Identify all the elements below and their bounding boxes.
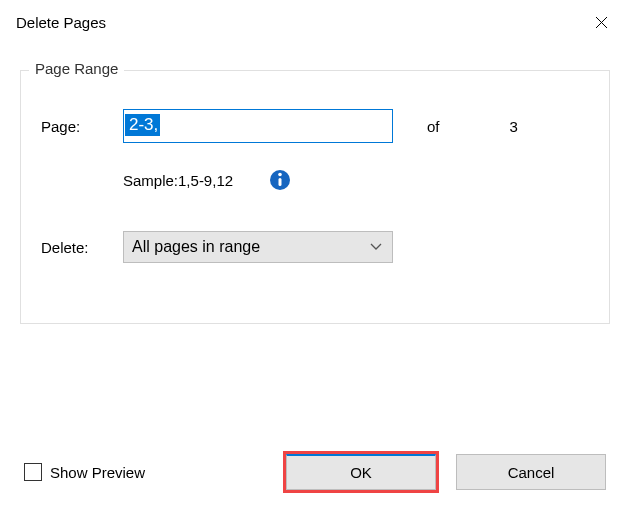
cancel-button-label: Cancel [508, 464, 555, 481]
svg-rect-3 [279, 178, 282, 186]
fieldset-legend: Page Range [29, 60, 124, 77]
delete-label: Delete: [41, 239, 123, 256]
page-range-fieldset: Page Range Page: 2-3, of 3 Sample:1,5-9,… [20, 70, 610, 324]
total-pages: 3 [510, 118, 518, 135]
svg-point-4 [278, 173, 282, 177]
window-title: Delete Pages [16, 14, 106, 31]
show-preview-label: Show Preview [50, 464, 145, 481]
checkbox-box [24, 463, 42, 481]
show-preview-checkbox[interactable]: Show Preview [24, 463, 145, 481]
page-label: Page: [41, 118, 123, 135]
cancel-button[interactable]: Cancel [456, 454, 606, 490]
sample-row: Sample:1,5-9,12 [123, 169, 589, 191]
delete-select[interactable]: All pages in range [123, 231, 393, 263]
delete-select-value: All pages in range [132, 238, 260, 256]
footer-row: Show Preview OK Cancel [24, 454, 606, 490]
close-icon [595, 16, 608, 29]
ok-button[interactable]: OK [286, 454, 436, 490]
close-button[interactable] [586, 10, 616, 34]
page-input[interactable]: 2-3, [123, 109, 393, 143]
sample-text: Sample:1,5-9,12 [123, 172, 233, 189]
ok-button-label: OK [350, 464, 372, 481]
chevron-down-icon [370, 240, 382, 254]
button-group: OK Cancel [286, 454, 606, 490]
titlebar: Delete Pages [0, 0, 630, 40]
delete-row: Delete: All pages in range [41, 231, 589, 263]
dialog-content: Page Range Page: 2-3, of 3 Sample:1,5-9,… [0, 40, 630, 340]
of-label: of [427, 118, 440, 135]
page-input-value: 2-3, [125, 114, 160, 136]
page-row: Page: 2-3, of 3 [41, 109, 589, 143]
info-icon[interactable] [269, 169, 291, 191]
